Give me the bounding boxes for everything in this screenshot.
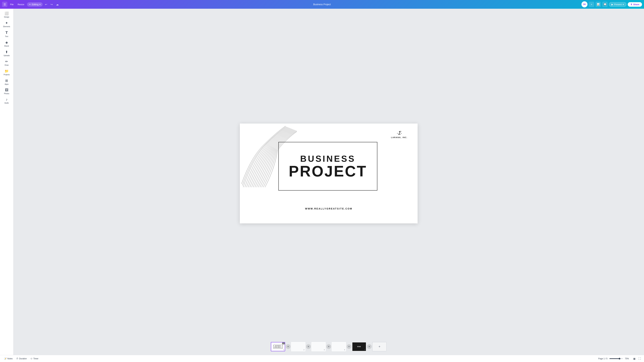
hamburger-icon: ☰ xyxy=(4,3,6,6)
topbar: ☰ File Resize ✏ Editing ▾ ↩ ↪ ☁ Business… xyxy=(0,0,644,9)
add-button[interactable]: + xyxy=(589,2,594,7)
topbar-right: ✂ + 📊 💬 ▶ Present ▾ ⬆ Share xyxy=(332,1,642,7)
sidebar-item-elements-label: Elements xyxy=(3,26,10,27)
sidebar-item-text[interactable]: T Text xyxy=(1,29,13,39)
add-new-slide-button[interactable]: + xyxy=(372,342,386,351)
sidebar-item-audio[interactable]: ♪ Audio xyxy=(1,96,13,105)
editing-pencil-icon: ✏ xyxy=(29,3,31,6)
add-slide-after-4-button[interactable]: + xyxy=(347,344,351,349)
thumb-end-content: END xyxy=(352,343,366,351)
thumb-subtitle-1: PROJECT xyxy=(274,347,282,348)
undo-button[interactable]: ↩ xyxy=(44,2,48,7)
editing-button[interactable]: ✏ Editing ▾ xyxy=(27,2,43,6)
add-slide-after-2-button[interactable]: + xyxy=(306,344,311,349)
sidebar-item-uploads-label: Uploads xyxy=(4,55,10,56)
sidebar-item-brand[interactable]: ◈ Brand xyxy=(1,39,13,48)
filmstrip-slide-1: BUSINESS PROJECT 1 ··· + xyxy=(271,342,290,351)
slide-thumb-2[interactable]: 2 xyxy=(291,342,306,351)
sidebar-item-draw-label: Draw xyxy=(5,64,8,66)
zoom-slider[interactable] xyxy=(610,358,623,359)
canvas-area: ·Ʃ· LARANA, INC. BUSINESS PROJECT WWW.RE… xyxy=(14,9,644,355)
thumb-empty-4 xyxy=(332,343,346,351)
thumb-empty-3 xyxy=(312,343,325,351)
design-icon: ⬜ xyxy=(4,11,9,15)
add-slide-after-3-button[interactable]: + xyxy=(326,344,331,349)
slide-main-box: BUSINESS PROJECT xyxy=(278,142,377,191)
sidebar-item-draw[interactable]: ✏ Draw xyxy=(1,58,13,67)
timer-button[interactable]: ⏲ Timer xyxy=(29,357,40,361)
thumb-number-5: 5 xyxy=(364,349,365,351)
sidebar: ⬜ Design ✦ Elements T Text ◈ Brand ⬆ Upl… xyxy=(0,9,14,355)
sidebar-item-design-label: Design xyxy=(4,16,9,18)
filmstrip-slide-2: 2 + xyxy=(291,342,311,351)
photos-icon: 🖼 xyxy=(5,88,8,92)
filmstrip: BUSINESS PROJECT 1 ··· + 2 + xyxy=(14,338,644,355)
share-label: Share xyxy=(633,3,639,6)
stats-button[interactable]: 📊 xyxy=(596,2,601,7)
thumb-end-text: END xyxy=(357,346,361,348)
present-label: Present xyxy=(614,3,622,6)
grid-view-icon: ▦ xyxy=(633,357,636,360)
sidebar-item-brand-label: Brand xyxy=(4,45,9,47)
sidebar-item-projects-label: Projects xyxy=(4,74,10,76)
bottombar-left: 📝 Notes ⏱ Duration ⏲ Timer xyxy=(3,357,322,361)
topbar-center: Business Project xyxy=(313,3,331,6)
duration-label: Duration xyxy=(19,358,27,360)
notes-button[interactable]: 📝 Notes xyxy=(3,357,14,361)
timer-icon: ⏲ xyxy=(30,358,32,360)
stats-icon: 📊 xyxy=(597,3,600,6)
sidebar-item-elements[interactable]: ✦ Elements xyxy=(1,19,13,29)
logo-name: LARANA, INC. xyxy=(391,136,408,138)
canvas-viewport[interactable]: ·Ʃ· LARANA, INC. BUSINESS PROJECT WWW.RE… xyxy=(14,9,644,338)
elements-icon: ✦ xyxy=(5,21,8,25)
grid-view-button[interactable]: ▦ xyxy=(633,357,636,361)
duration-button[interactable]: ⏱ Duration xyxy=(15,357,28,361)
add-slide-after-1-button[interactable]: + xyxy=(286,344,290,349)
slide-thumb-4[interactable]: 4 xyxy=(332,342,346,351)
resize-button[interactable]: Resize xyxy=(16,2,26,6)
canva-logo-button[interactable]: ✂ xyxy=(582,1,588,7)
slide-options-button-1[interactable]: ··· xyxy=(282,343,285,345)
sidebar-item-projects[interactable]: 📁 Projects xyxy=(1,68,13,77)
zoom-slider-fill xyxy=(610,358,620,359)
sidebar-item-photos[interactable]: 🖼 Photos xyxy=(1,87,13,96)
sidebar-item-uploads[interactable]: ⬆ Uploads xyxy=(1,49,13,58)
sidebar-item-design[interactable]: ⬜ Design xyxy=(1,10,13,19)
main-area: ⬜ Design ✦ Elements T Text ◈ Brand ⬆ Upl… xyxy=(0,9,644,355)
thumb-box-1: BUSINESS PROJECT xyxy=(273,345,282,349)
share-button[interactable]: ⬆ Share xyxy=(628,2,642,7)
slide-project-title: PROJECT xyxy=(289,164,367,179)
file-button[interactable]: File xyxy=(9,2,15,6)
zoom-percent: 75% xyxy=(625,358,631,360)
notes-label: Notes xyxy=(8,358,12,360)
comment-button[interactable]: 💬 xyxy=(602,2,608,7)
duration-icon: ⏱ xyxy=(16,358,18,360)
sidebar-item-apps[interactable]: ⊞ Apps xyxy=(1,77,13,86)
slide-thumb-3[interactable]: 3 xyxy=(312,342,326,351)
bottombar: 📝 Notes ⏱ Duration ⏲ Timer Page 1 / 5 75… xyxy=(0,355,644,362)
menu-button[interactable]: ☰ xyxy=(2,2,8,7)
add-slide-after-5-button[interactable]: + xyxy=(367,344,372,349)
sidebar-item-text-label: Text xyxy=(5,35,8,37)
logo-symbol: ·Ʃ· xyxy=(397,130,402,136)
slide-canvas[interactable]: ·Ʃ· LARANA, INC. BUSINESS PROJECT WWW.RE… xyxy=(240,123,418,223)
sidebar-item-apps-label: Apps xyxy=(5,83,8,85)
present-button[interactable]: ▶ Present ▾ xyxy=(609,2,626,7)
redo-button[interactable]: ↪ xyxy=(50,2,54,7)
audio-icon: ♪ xyxy=(6,97,8,101)
cloud-save-button[interactable]: ☁ xyxy=(55,2,60,7)
thumb-number-4: 4 xyxy=(344,349,345,351)
thumb-number-3: 3 xyxy=(324,349,325,351)
comment-icon: 💬 xyxy=(604,3,606,6)
sidebar-item-photos-label: Photos xyxy=(4,93,9,94)
slide-url: WWW.REALLYGREATSITE.COM xyxy=(305,207,352,210)
uploads-icon: ⬆ xyxy=(5,50,8,54)
present-play-icon: ▶ xyxy=(612,3,613,6)
filmstrip-slide-4: 4 + xyxy=(332,342,351,351)
slide-thumb-5[interactable]: END 5 xyxy=(352,342,366,351)
filmstrip-slide-3: 3 + xyxy=(312,342,331,351)
zoom-slider-thumb xyxy=(619,358,620,360)
timer-label: Timer xyxy=(33,358,38,360)
apps-icon: ⊞ xyxy=(5,79,8,83)
fullscreen-button[interactable]: ⛶ xyxy=(638,357,641,361)
